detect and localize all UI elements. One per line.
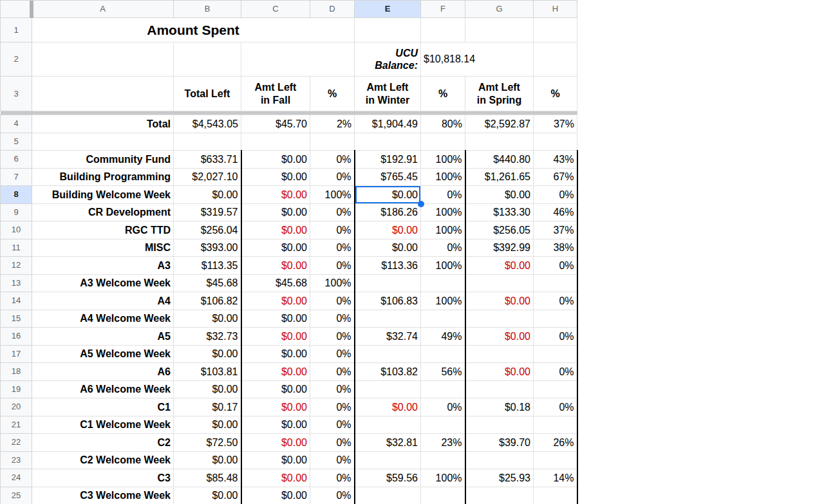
cell-H1[interactable] — [534, 18, 577, 42]
cell-F11[interactable]: 0% — [421, 239, 465, 257]
cell-A6[interactable]: Community Fund — [32, 151, 174, 169]
cell-C19[interactable]: $0.00 — [241, 380, 310, 398]
cell-F6[interactable]: 100% — [421, 151, 465, 169]
cell-F25[interactable] — [421, 487, 465, 504]
cell-F19[interactable] — [421, 380, 465, 398]
cell-C4[interactable]: $45.70 — [241, 115, 310, 133]
cell-E15[interactable] — [355, 310, 421, 328]
row-header-4[interactable]: 4 — [1, 115, 32, 133]
cell-G25[interactable] — [465, 487, 534, 504]
cell-A11[interactable]: MISC — [32, 239, 174, 257]
cell-H19[interactable] — [534, 380, 577, 398]
fill-handle[interactable] — [418, 201, 424, 207]
cell-G3[interactable]: Amt Left in Spring — [465, 77, 534, 111]
cell-E10[interactable]: $0.00 — [355, 221, 421, 239]
cell-H20[interactable]: 0% — [534, 398, 577, 416]
cell-B9[interactable]: $319.57 — [174, 203, 241, 221]
select-all-corner[interactable] — [1, 1, 32, 18]
cell-C17[interactable]: $0.00 — [241, 345, 310, 363]
cell-G13[interactable] — [465, 274, 534, 292]
cell-C14[interactable]: $0.00 — [241, 292, 310, 310]
cell-E20[interactable]: $0.00 — [355, 398, 421, 416]
cell-H11[interactable]: 38% — [534, 239, 577, 257]
cell-A25[interactable]: C3 Welcome Week — [32, 487, 174, 504]
row-header-11[interactable]: 11 — [1, 239, 32, 257]
cell-A10[interactable]: RGC TTD — [32, 221, 174, 239]
cell-E11[interactable]: $0.00 — [355, 239, 421, 257]
row-header-6[interactable]: 6 — [1, 151, 32, 169]
frozen-columns-handle[interactable] — [30, 1, 33, 18]
cell-F16[interactable]: 49% — [421, 328, 465, 346]
row-header-5[interactable]: 5 — [1, 133, 32, 151]
row-header-14[interactable]: 14 — [1, 292, 32, 310]
cell-A22[interactable]: C2 — [32, 434, 174, 452]
cell-F8[interactable]: 0% — [421, 186, 465, 204]
cell-E5[interactable] — [355, 133, 421, 151]
cell-F3[interactable]: % — [421, 77, 465, 111]
cell-H25[interactable] — [534, 487, 577, 504]
cell-F5[interactable] — [421, 133, 465, 151]
cell-B6[interactable]: $633.71 — [174, 151, 241, 169]
cell-G12[interactable]: $0.00 — [465, 257, 534, 275]
cell-H5[interactable] — [534, 133, 577, 151]
cell-A19[interactable]: A6 Welcome Week — [32, 380, 174, 398]
cell-E6[interactable]: $192.91 — [355, 151, 421, 169]
cell-H22[interactable]: 26% — [534, 434, 577, 452]
cell-F14[interactable]: 100% — [421, 292, 465, 310]
cell-A14[interactable]: A4 — [32, 292, 174, 310]
cell-B22[interactable]: $72.50 — [174, 434, 241, 452]
cell-A3[interactable] — [32, 77, 174, 111]
cell-F2-balance-value[interactable]: $10,818.14 — [421, 42, 534, 77]
row-header-9[interactable]: 9 — [1, 203, 32, 221]
cell-F18[interactable]: 56% — [421, 363, 465, 381]
cell-A13[interactable]: A3 Welcome Week — [32, 274, 174, 292]
cell-D24[interactable]: 0% — [310, 469, 355, 487]
cell-A4[interactable]: Total — [32, 115, 174, 133]
cell-H4[interactable]: 37% — [534, 115, 577, 133]
cell-A12[interactable]: A3 — [32, 257, 174, 275]
row-header-1[interactable]: 1 — [1, 18, 32, 42]
cell-C23[interactable]: $0.00 — [241, 451, 310, 469]
cell-E13[interactable] — [355, 274, 421, 292]
cell-D9[interactable]: 0% — [310, 203, 355, 221]
row-header-15[interactable]: 15 — [1, 310, 32, 328]
cell-H16[interactable]: 0% — [534, 328, 577, 346]
cell-G24[interactable]: $25.93 — [465, 469, 534, 487]
cell-D11[interactable]: 0% — [310, 239, 355, 257]
row-header-7[interactable]: 7 — [1, 168, 32, 186]
row-header-12[interactable]: 12 — [1, 257, 32, 275]
cell-C6[interactable]: $0.00 — [241, 151, 310, 169]
cell-D22[interactable]: 0% — [310, 434, 355, 452]
cell-E24[interactable]: $59.56 — [355, 469, 421, 487]
row-header-19[interactable]: 19 — [1, 380, 32, 398]
cell-H8[interactable]: 0% — [534, 186, 577, 204]
cell-D14[interactable]: 0% — [310, 292, 355, 310]
cell-F15[interactable] — [421, 310, 465, 328]
cell-B18[interactable]: $103.81 — [174, 363, 241, 381]
cell-A9[interactable]: CR Development — [32, 203, 174, 221]
cell-D18[interactable]: 0% — [310, 363, 355, 381]
cell-C8[interactable]: $0.00 — [241, 186, 310, 204]
row-header-22[interactable]: 22 — [1, 434, 32, 452]
cell-C21[interactable]: $0.00 — [241, 416, 310, 434]
cell-C9[interactable]: $0.00 — [241, 203, 310, 221]
row-header-2[interactable]: 2 — [1, 42, 32, 77]
cell-G10[interactable]: $256.05 — [465, 221, 534, 239]
cell-G9[interactable]: $133.30 — [465, 203, 534, 221]
row-header-23[interactable]: 23 — [1, 451, 32, 469]
cell-B5[interactable] — [174, 133, 241, 151]
column-header-A[interactable]: A — [32, 1, 174, 18]
column-header-H[interactable]: H — [534, 1, 577, 18]
cell-B24[interactable]: $85.48 — [174, 469, 241, 487]
cell-H3[interactable]: % — [534, 77, 577, 111]
cell-F17[interactable] — [421, 345, 465, 363]
column-header-C[interactable]: C — [241, 1, 310, 18]
cell-F20[interactable]: 0% — [421, 398, 465, 416]
cell-B21[interactable]: $0.00 — [174, 416, 241, 434]
cell-B3[interactable]: Total Left — [174, 77, 241, 111]
cell-B16[interactable]: $32.73 — [174, 328, 241, 346]
cell-C2[interactable] — [241, 42, 355, 77]
row-header-3[interactable]: 3 — [1, 77, 32, 111]
row-header-20[interactable]: 20 — [1, 398, 32, 416]
cell-D20[interactable]: 0% — [310, 398, 355, 416]
